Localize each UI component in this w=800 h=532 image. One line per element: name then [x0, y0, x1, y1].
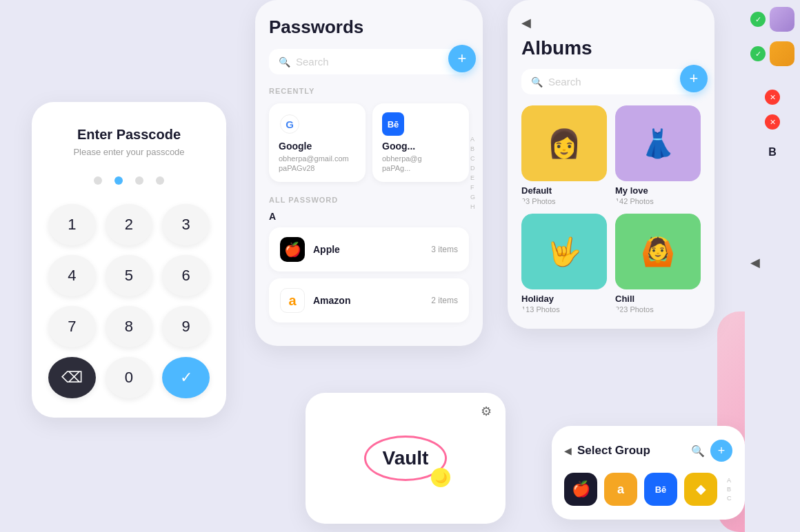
albums-back-button[interactable]: ◀ [521, 15, 701, 30]
sg-group-binance[interactable]: ◆ [684, 473, 717, 506]
apple-item-count: 3 items [431, 245, 458, 254]
avatar-2 [770, 41, 794, 66]
alpha-a-char[interactable]: A [468, 135, 477, 143]
amazon-app-icon: a [280, 288, 305, 313]
albums-screen: ◀ Albums 🔍 Search + 👩 Default 23 Photos … [508, 0, 714, 329]
select-group-actions: 🔍 + [691, 440, 732, 462]
album-thumb-img-default: 👩 [521, 105, 607, 181]
passwords-add-button[interactable]: + [448, 45, 476, 72]
password-item-amazon-left: a Amazon [280, 288, 350, 313]
password-item-apple-right: 3 items [431, 245, 458, 254]
vault-small-circle: 🌙 [431, 468, 450, 487]
alpha-h-char[interactable]: H [468, 203, 477, 211]
select-group-header: ◀ Select Group 🔍 + [564, 440, 732, 462]
alpha-g-char[interactable]: G [468, 193, 477, 201]
album-card-default[interactable]: 👩 Default 23 Photos [521, 105, 607, 205]
album-count-default: 23 Photos [521, 197, 607, 205]
right-item-1: ✓ [750, 7, 794, 32]
albums-search-icon: 🔍 [531, 76, 543, 88]
key-1[interactable]: 1 [48, 204, 96, 245]
passwords-title: Passwords [269, 17, 469, 38]
key-9[interactable]: 9 [162, 306, 210, 347]
key-confirm[interactable]: ✓ [162, 357, 210, 398]
key-0[interactable]: 0 [106, 357, 153, 398]
album-card-chill[interactable]: 🙆 Chill 223 Photos [615, 214, 701, 314]
dot-2 [114, 176, 123, 185]
select-group-content: 🍎 a Bē ◆ A B C [564, 473, 732, 506]
recently-label: RECENTLY [269, 87, 469, 95]
select-group-search-icon[interactable]: 🔍 [691, 444, 705, 458]
passwords-search-placeholder[interactable]: Search [296, 56, 329, 68]
avatar-1 [770, 7, 794, 32]
album-thumb-chill: 🙆 [615, 214, 701, 289]
password-item-amazon[interactable]: a Amazon 2 items [269, 278, 469, 323]
alpha-b-char[interactable]: B [468, 145, 477, 153]
key-2[interactable]: 2 [106, 204, 153, 245]
password-item-apple-left: 🍎 Apple [280, 237, 340, 262]
right-item-3: ✕ [765, 90, 780, 105]
recent-cards: G Google obherpa@gmail.com paPAGv28 Bē G… [269, 103, 469, 182]
select-group-back-button[interactable]: ◀ [564, 445, 572, 456]
password-item-apple[interactable]: 🍎 Apple 3 items [269, 227, 469, 272]
sg-group-behance[interactable]: Bē [644, 473, 677, 506]
album-count-chill: 223 Photos [615, 305, 701, 314]
sg-alpha-c[interactable]: C [727, 495, 732, 502]
right-item-4: ✕ [765, 114, 780, 130]
album-thumb-default: 👩 [521, 105, 607, 181]
recent-card-behance[interactable]: Bē Goog... obherpa@g paPAg... [372, 103, 469, 182]
select-group-add-button[interactable]: + [710, 440, 732, 462]
albums-search-bar: 🔍 Search + [521, 69, 701, 94]
right-back-button[interactable]: ◀ [750, 255, 760, 270]
album-thumb-mylove: 👗 [615, 105, 701, 181]
passcode-dots [48, 176, 210, 185]
recent-card-email-behance: obherpa@g [382, 154, 459, 163]
album-thumb-holiday: 🤟 [521, 214, 607, 289]
apple-logo: 🍎 [284, 241, 301, 258]
albums-add-button[interactable]: + [680, 65, 708, 92]
album-name-holiday: Holiday [521, 294, 607, 304]
key-7[interactable]: 7 [48, 306, 96, 347]
album-name-default: Default [521, 185, 607, 196]
alpha-d-char[interactable]: D [468, 164, 477, 172]
recent-card-google[interactable]: G Google obherpa@gmail.com paPAGv28 [269, 103, 366, 182]
sg-alphabet: A B C [727, 477, 732, 502]
album-name-mylove: My love [615, 185, 701, 196]
sg-alpha-a[interactable]: A [727, 477, 732, 484]
right-item-2: ✓ [750, 41, 794, 66]
dot-1 [94, 176, 102, 185]
recent-card-pass-google: paPAGv28 [279, 164, 356, 172]
passcode-title: Enter Passcode [48, 127, 210, 143]
amazon-logo: a [288, 293, 296, 309]
recent-card-email-google: obherpa@gmail.com [279, 154, 356, 163]
passwords-screen: Passwords 🔍 Search + RECENTLY G Google o… [255, 0, 483, 346]
key-8[interactable]: 8 [106, 306, 153, 347]
check-red-2: ✕ [765, 114, 780, 130]
key-5[interactable]: 5 [106, 255, 153, 296]
sg-alpha-b[interactable]: B [727, 486, 732, 493]
sg-group-amazon[interactable]: a [604, 473, 637, 506]
alpha-e-char[interactable]: E [468, 174, 477, 182]
key-backspace[interactable]: ⌫ [48, 357, 96, 398]
album-card-mylove[interactable]: 👗 My love 142 Photos [615, 105, 701, 205]
albums-search-placeholder[interactable]: Search [548, 76, 581, 88]
key-4[interactable]: 4 [48, 255, 96, 296]
passcode-subtitle: Please enter your passcode [48, 147, 210, 157]
search-icon: 🔍 [279, 57, 290, 68]
recent-card-name-behance: Goog... [382, 141, 459, 152]
album-card-holiday[interactable]: 🤟 Holiday 113 Photos [521, 214, 607, 314]
select-group-screen: ◀ Select Group 🔍 + 🍎 a Bē ◆ A B C [552, 426, 745, 520]
dot-3 [135, 176, 143, 185]
dot-4 [156, 176, 164, 185]
key-3[interactable]: 3 [162, 204, 210, 245]
vault-settings-icon[interactable]: ⚙ [481, 404, 492, 419]
album-name-chill: Chill [615, 294, 701, 304]
key-6[interactable]: 6 [162, 255, 210, 296]
behance-icon: Bē [382, 113, 404, 135]
google-icon: G [279, 113, 301, 135]
amazon-item-name: Amazon [313, 295, 350, 306]
sg-group-apple[interactable]: 🍎 [564, 473, 597, 506]
recent-card-pass-behance: paPAg... [382, 164, 459, 172]
alpha-c-char[interactable]: C [468, 154, 477, 163]
albums-title: Albums [521, 37, 701, 59]
alpha-f-char[interactable]: F [468, 183, 477, 192]
